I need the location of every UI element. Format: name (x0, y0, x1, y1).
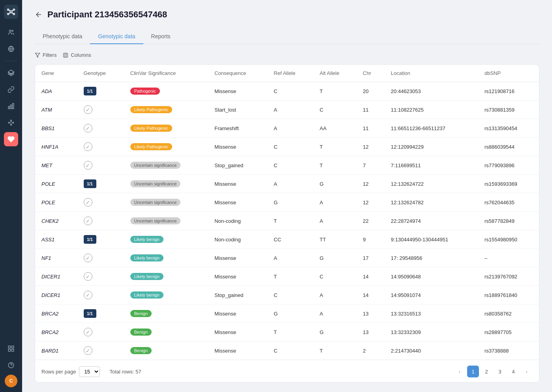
table-row[interactable]: BRCA21/1BenignMissenseGA1313:32316513rs8… (35, 304, 539, 323)
cell-ref: C (267, 342, 313, 360)
sidebar-item-graph[interactable] (4, 116, 18, 130)
cell-clinvar-significance: Uncertain significance (124, 212, 208, 230)
cell-ref: C (267, 82, 313, 101)
cell-alt: A (314, 304, 357, 323)
cell-ref: A (267, 249, 313, 267)
sidebar-item-globe[interactable] (4, 42, 18, 56)
table-row[interactable]: POLE✓Uncertain significanceMissenseGA121… (35, 193, 539, 212)
genotypic-table: Gene Genotype ClinVar Significance Conse… (35, 65, 539, 360)
cell-ref: G (267, 304, 313, 323)
prev-page-button[interactable]: ‹ (454, 366, 466, 377)
cell-ref: C (267, 156, 313, 175)
cell-dbsnp: rs1593693369 (478, 175, 539, 193)
cell-chr: 12 (357, 193, 385, 212)
cell-ref: C (267, 286, 313, 304)
table-row[interactable]: DICER1✓Likely benignStop_gainedCA1414:95… (35, 286, 539, 304)
page-1-button[interactable]: 1 (467, 366, 479, 377)
table-row[interactable]: BBS1✓Likely PathogenicFrameshiftAAA1111:… (35, 119, 539, 138)
svg-rect-26 (8, 349, 10, 351)
cell-alt: C (314, 267, 357, 286)
cell-chr: 17 (357, 249, 385, 267)
cell-dbsnp: rs28897705 (478, 323, 539, 342)
cell-clinvar-significance: Benign (124, 342, 208, 360)
svg-point-1 (8, 9, 9, 11)
tab-reports[interactable]: Reports (143, 29, 178, 44)
sidebar-item-link[interactable] (4, 82, 18, 97)
svg-line-6 (12, 10, 13, 11)
filters-button[interactable]: Filters (35, 52, 56, 58)
cell-chr: 13 (357, 323, 385, 342)
sidebar-item-grid[interactable] (4, 342, 18, 356)
table-header-row: Gene Genotype ClinVar Significance Conse… (35, 65, 539, 82)
cell-genotype: ✓ (77, 156, 124, 175)
cell-gene: MET (35, 156, 77, 175)
svg-rect-24 (8, 346, 10, 348)
cell-consequence: Missense (208, 138, 267, 156)
cell-dbsnp: rs3738888 (478, 342, 539, 360)
sidebar-item-layers[interactable] (4, 66, 18, 80)
cell-consequence: Missense (208, 267, 267, 286)
table-row[interactable]: DICER1✓Likely benignMissenseTC1414:95090… (35, 267, 539, 286)
cell-location: 2:214730440 (385, 342, 478, 360)
cell-gene: ATM (35, 101, 77, 119)
cell-genotype: ✓ (77, 286, 124, 304)
sidebar: C (0, 0, 22, 392)
cell-gene: ASS1 (35, 230, 77, 249)
cell-dbsnp: rs762044635 (478, 193, 539, 212)
cell-chr: 11 (357, 119, 385, 138)
cell-genotype: ✓ (77, 101, 124, 119)
table-row[interactable]: ADA1/1PathogenicMissenseCT2020:44623053r… (35, 82, 539, 101)
tab-phenotypic[interactable]: Phenotypic data (35, 29, 90, 44)
columns-button[interactable]: Columns (63, 52, 91, 58)
page-4-button[interactable]: 4 (507, 366, 519, 377)
cell-alt: C (314, 101, 357, 119)
cell-alt: T (314, 82, 357, 101)
cell-consequence: Missense (208, 82, 267, 101)
app-logo[interactable] (4, 5, 18, 19)
table-row[interactable]: HNF1A✓Likely PathogenicMissenseCT1212:12… (35, 138, 539, 156)
page-2-button[interactable]: 2 (481, 366, 492, 377)
next-page-button[interactable]: › (521, 366, 533, 377)
table-row[interactable]: POLE1/1Uncertain significanceMissenseAG1… (35, 175, 539, 193)
data-table-container: Gene Genotype ClinVar Significance Conse… (35, 64, 539, 383)
cell-ref: A (267, 101, 313, 119)
sidebar-item-heart[interactable] (4, 132, 18, 146)
table-row[interactable]: BARD1✓BenignMissenseCT22:214730440rs3738… (35, 342, 539, 360)
pagination-controls: ‹ 1 2 3 4 › (454, 366, 533, 377)
table-row[interactable]: MET✓Uncertain significanceStop_gainedCT7… (35, 156, 539, 175)
user-avatar[interactable]: C (5, 375, 17, 387)
cell-ref: T (267, 212, 313, 230)
cell-alt: G (314, 249, 357, 267)
cell-clinvar-significance: Uncertain significance (124, 193, 208, 212)
sidebar-item-chart[interactable] (4, 99, 18, 113)
filters-label: Filters (43, 52, 56, 58)
cell-location: 14:95090648 (385, 267, 478, 286)
cell-alt: A (314, 212, 357, 230)
svg-point-9 (9, 30, 11, 32)
table-row[interactable]: BRCA2✓BenignMissenseTG1313:32332309rs288… (35, 323, 539, 342)
table-row[interactable]: CHEK2✓Uncertain significanceNon-codingTA… (35, 212, 539, 230)
cell-clinvar-significance: Likely benign (124, 230, 208, 249)
cell-alt: G (314, 323, 357, 342)
cell-alt: A (314, 286, 357, 304)
cell-chr: 9 (357, 230, 385, 249)
rows-per-page-select[interactable]: 15 25 50 (79, 366, 100, 377)
table-row[interactable]: ATM✓Likely PathogenicStart_lostAC1111:10… (35, 101, 539, 119)
cell-genotype: 1/1 (77, 230, 124, 249)
cell-location: 9:130444950-130444951 (385, 230, 478, 249)
back-button[interactable] (35, 11, 43, 19)
cell-chr: 13 (357, 304, 385, 323)
sidebar-item-help[interactable] (4, 358, 18, 372)
table-row[interactable]: ASS11/1Likely benignNon-codingCCTT99:130… (35, 230, 539, 249)
cell-consequence: Missense (208, 249, 267, 267)
cell-clinvar-significance: Benign (124, 323, 208, 342)
svg-line-8 (12, 13, 13, 14)
col-gene: Gene (35, 65, 77, 82)
page-3-button[interactable]: 3 (494, 366, 506, 377)
cell-clinvar-significance: Likely Pathogenic (124, 101, 208, 119)
cell-consequence: Frameshift (208, 119, 267, 138)
cell-consequence: Non-coding (208, 230, 267, 249)
sidebar-item-users[interactable] (4, 25, 18, 39)
tab-genotypic[interactable]: Genotypic data (90, 29, 143, 44)
table-row[interactable]: NF1✓Likely benignMissenseAG1717: 2954895… (35, 249, 539, 267)
